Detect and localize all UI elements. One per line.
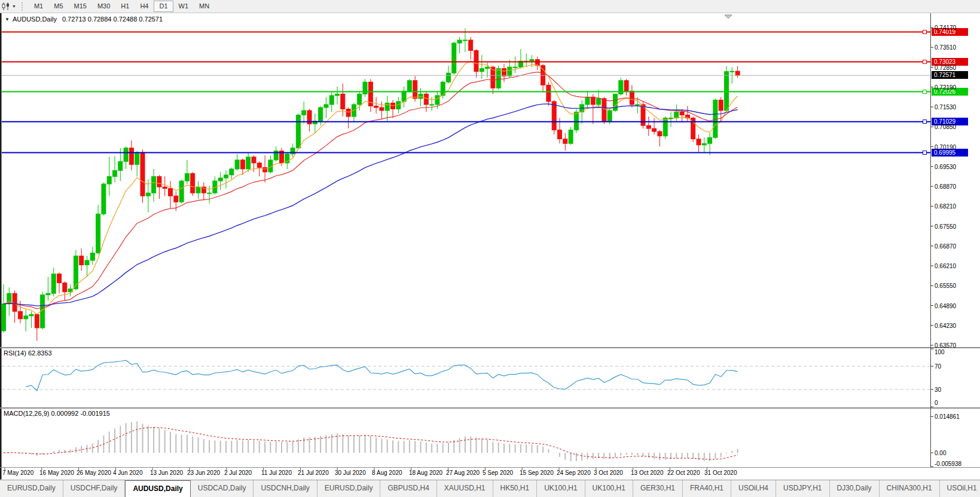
candle-body [663, 118, 667, 136]
candle-body [558, 130, 562, 139]
candle-body [413, 81, 417, 99]
candle-body [218, 178, 222, 181]
chart-tab-uk100-h1[interactable]: UK100,H1 [585, 480, 633, 497]
candle-body [719, 100, 723, 111]
candle-body [380, 108, 384, 111]
candlestick-icon [2, 2, 10, 10]
candle-body [513, 67, 517, 68]
timeframe-button-d1[interactable]: D1 [154, 1, 173, 12]
chart-tab-xauusd-h1[interactable]: XAUUSD,H1 [437, 480, 493, 497]
chart-tab-eurusd-daily[interactable]: EURUSD,Daily [0, 480, 63, 497]
chart-tab-ger30-h1[interactable]: GER30,H1 [633, 480, 683, 497]
chevron-down-icon: ▼ [12, 4, 16, 8]
chart-tab-audusd-daily[interactable]: AUDUSD,Daily [125, 480, 190, 497]
candle-body [563, 139, 567, 144]
candle-body [669, 118, 673, 119]
chart-tab-usdjpy-h1[interactable]: USDJPY,H1 [776, 480, 829, 497]
moving-average-line-55 [4, 104, 738, 306]
timeframe-button-m5[interactable]: M5 [48, 1, 68, 12]
chart-tab-dj30-daily[interactable]: DJ30,Daily [830, 480, 880, 497]
candle-body [113, 170, 117, 176]
chart-tab-usoil-h4[interactable]: USOil,H4 [731, 480, 776, 497]
candle-body [96, 214, 100, 253]
candle-body [496, 69, 500, 88]
timeframe-button-h4[interactable]: H4 [135, 1, 154, 12]
chart-tab-fra40-h1[interactable]: FRA40,H1 [683, 480, 731, 497]
candle-body [329, 96, 334, 105]
line-drag-handle[interactable] [923, 151, 927, 155]
candle-body [107, 176, 111, 184]
candle-body [674, 112, 679, 118]
candle-body [141, 152, 145, 196]
candle-body [2, 304, 6, 331]
candle-body [569, 130, 573, 144]
candle-body [13, 293, 17, 311]
candle-body [263, 167, 267, 172]
candle-body [358, 94, 362, 105]
chart-tab-usdchf-daily[interactable]: USDCHF,Daily [63, 480, 126, 497]
candle-body [463, 40, 467, 41]
candle-body [391, 103, 395, 109]
candle-body [447, 73, 451, 82]
candle-body [157, 176, 161, 187]
candle-body [257, 163, 261, 168]
chart-tab-bar: EURUSD,DailyUSDCHF,DailyAUDUSD,DailyUSDC… [0, 480, 980, 497]
candle-body [252, 157, 256, 163]
candle-body [240, 160, 245, 169]
chart-window-left-border [0, 13, 2, 480]
candle-body [207, 193, 212, 194]
candle-body [702, 143, 706, 145]
line-drag-handle[interactable] [923, 90, 927, 94]
timeframe-button-h1[interactable]: H1 [115, 1, 135, 12]
candle-body [102, 184, 106, 214]
timeframe-button-m15[interactable]: M15 [69, 1, 92, 12]
candle-body [341, 94, 345, 109]
chart-tab-eurusd-daily[interactable]: EURUSD,Daily [317, 480, 381, 497]
candle-body [191, 173, 195, 193]
line-drag-handle[interactable] [923, 60, 927, 64]
chart-type-button[interactable]: ▼ [0, 2, 19, 11]
candle-body [346, 109, 350, 116]
timeframe-button-mn[interactable]: MN [194, 1, 215, 12]
candle-body [636, 105, 640, 105]
timeframe-button-w1[interactable]: W1 [173, 1, 194, 12]
chart-tab-gbpusd-h4[interactable]: GBPUSD,H4 [380, 480, 436, 497]
chart-plot-area[interactable] [0, 0, 980, 497]
candle-body [680, 112, 684, 115]
candle-body [646, 125, 651, 128]
chart-shift-marker-icon[interactable] [725, 15, 732, 19]
timeframe-button-m1[interactable]: M1 [29, 1, 48, 12]
candle-body [319, 108, 323, 121]
chart-tab-china300-h1[interactable]: CHINA300,H1 [880, 480, 940, 497]
chart-tab-usoil-h1[interactable]: USOil,H1 [940, 480, 980, 497]
candle-body [735, 71, 740, 75]
candle-body [90, 253, 94, 260]
chart-tab-usdcnh-daily[interactable]: USDCNH,Daily [254, 480, 317, 497]
candle-body [235, 160, 239, 169]
candle-body [452, 43, 456, 73]
candle-body [435, 96, 439, 105]
candle-body [135, 152, 139, 164]
candle-body [169, 188, 173, 196]
candle-body [46, 293, 50, 295]
candle-body [552, 102, 556, 130]
candle-body [385, 103, 389, 111]
candle-body [708, 137, 712, 143]
chart-tab-uk100-h1[interactable]: UK100,H1 [537, 480, 585, 497]
candle-body [502, 69, 506, 76]
candle-body [457, 40, 462, 43]
candle-body [51, 274, 56, 294]
candle-body [574, 112, 578, 130]
candle-body [224, 175, 228, 178]
candle-body [480, 69, 484, 72]
candle-body [85, 260, 89, 265]
candle-body [486, 67, 490, 69]
chart-tab-hk50-h1[interactable]: HK50,H1 [493, 480, 538, 497]
line-drag-handle[interactable] [923, 120, 927, 124]
candle-body [602, 99, 606, 121]
candle-body [118, 161, 123, 170]
line-drag-handle[interactable] [923, 30, 927, 34]
chart-tab-usdcad-daily[interactable]: USDCAD,Daily [191, 480, 254, 497]
timeframe-button-m30[interactable]: M30 [92, 1, 115, 12]
candle-body [185, 173, 189, 181]
